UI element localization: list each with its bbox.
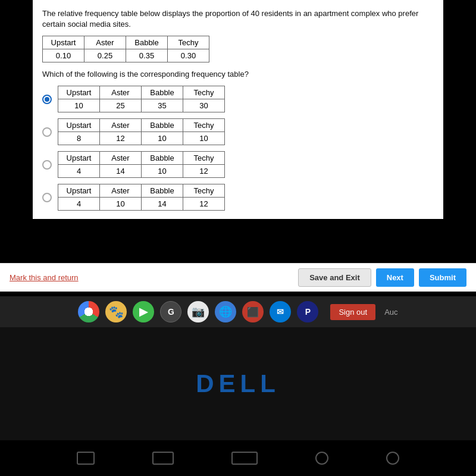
question-text: Which of the following is the correspond… — [42, 70, 434, 79]
c-val-upstart: 4 — [58, 165, 100, 178]
b-header-aster: Aster — [100, 119, 142, 132]
option-a-table: Upstart Aster Babble Techy 10 25 35 30 — [58, 86, 225, 112]
rel-val-upstart: 0.10 — [43, 49, 84, 62]
option-a-row: Upstart Aster Babble Techy 10 25 35 30 — [42, 86, 434, 112]
option-d-row: Upstart Aster Babble Techy 4 10 14 12 — [42, 184, 434, 211]
options-container: Upstart Aster Babble Techy 10 25 35 30 U… — [42, 86, 434, 211]
a-val-aster: 25 — [100, 99, 142, 112]
rel-header-babble: Babble — [126, 36, 168, 49]
rel-val-aster: 0.25 — [84, 49, 126, 62]
g-icon[interactable]: G — [160, 301, 181, 322]
rel-header-aster: Aster — [84, 36, 126, 49]
c-header-babble: Babble — [142, 152, 183, 165]
a-header-techy: Techy — [183, 86, 225, 99]
c-val-aster: 14 — [100, 165, 142, 178]
taskbar: 🐾 ▶ G 📷 🌐 ⬛ ✉ P Sign out Auc — [0, 296, 476, 327]
strip-icon-4 — [315, 452, 328, 465]
auc-text: Auc — [384, 308, 397, 317]
c-header-upstart: Upstart — [58, 152, 100, 165]
globe-icon[interactable]: 🌐 — [215, 301, 236, 322]
d-val-techy: 12 — [183, 198, 225, 211]
files-icon[interactable]: 🐾 — [105, 301, 127, 322]
dell-logo-area: DELL — [0, 327, 476, 440]
radio-c[interactable] — [42, 160, 52, 170]
option-b-row: Upstart Aster Babble Techy 8 12 10 10 — [42, 118, 434, 145]
rel-header-upstart: Upstart — [43, 36, 84, 49]
c-header-techy: Techy — [183, 152, 225, 165]
a-header-babble: Babble — [142, 86, 183, 99]
a-val-babble: 35 — [142, 99, 183, 112]
d-val-upstart: 4 — [58, 198, 100, 211]
radio-b[interactable] — [42, 127, 52, 137]
strip-icon-2 — [152, 452, 174, 465]
rel-val-techy: 0.30 — [168, 49, 209, 62]
outlook-icon[interactable]: ✉ — [270, 301, 291, 322]
option-b-table: Upstart Aster Babble Techy 8 12 10 10 — [58, 118, 225, 145]
b-header-upstart: Upstart — [58, 119, 100, 132]
chrome-icon[interactable] — [78, 301, 99, 322]
strip-icon-3 — [231, 452, 258, 465]
d-val-babble: 14 — [142, 198, 183, 211]
b-header-techy: Techy — [183, 119, 225, 132]
intro-text: The relative frequency table below displ… — [42, 8, 434, 30]
c-header-aster: Aster — [100, 152, 142, 165]
b-val-babble: 10 — [142, 132, 183, 145]
mark-and-return-link[interactable]: Mark this and return — [10, 273, 298, 282]
quiz-container: The relative frequency table below displ… — [33, 0, 443, 219]
sign-out-button[interactable]: Sign out — [330, 304, 375, 320]
b-val-upstart: 8 — [58, 132, 100, 145]
d-header-upstart: Upstart — [58, 184, 100, 198]
option-d-table: Upstart Aster Babble Techy 4 10 14 12 — [58, 184, 225, 211]
relative-frequency-table: Upstart Aster Babble Techy 0.10 0.25 0.3… — [42, 36, 209, 62]
radio-d[interactable] — [42, 193, 52, 202]
c-val-babble: 10 — [142, 165, 183, 178]
strip-icon-5 — [386, 452, 399, 465]
bottom-strip — [0, 440, 476, 476]
a-header-aster: Aster — [100, 86, 142, 99]
strip-icon-1 — [77, 452, 95, 465]
a-header-upstart: Upstart — [58, 86, 100, 99]
b-header-babble: Babble — [142, 119, 183, 132]
d-header-techy: Techy — [183, 184, 225, 198]
p-icon[interactable]: P — [297, 301, 318, 322]
d-val-aster: 10 — [100, 198, 142, 211]
rel-val-babble: 0.35 — [126, 49, 168, 62]
button-group: Save and Exit Next Submit — [298, 268, 466, 287]
a-val-techy: 30 — [183, 99, 225, 112]
d-header-babble: Babble — [142, 184, 183, 198]
play-store-icon[interactable]: ▶ — [133, 301, 154, 322]
option-c-row: Upstart Aster Babble Techy 4 14 10 12 — [42, 151, 434, 178]
dell-logo: DELL — [196, 369, 280, 398]
d-header-aster: Aster — [100, 184, 142, 198]
rel-header-techy: Techy — [168, 36, 209, 49]
radio-a[interactable] — [42, 95, 52, 104]
submit-button[interactable]: Submit — [419, 268, 466, 287]
a-val-upstart: 10 — [58, 99, 100, 112]
b-val-aster: 12 — [100, 132, 142, 145]
option-c-table: Upstart Aster Babble Techy 4 14 10 12 — [58, 151, 225, 178]
red-icon[interactable]: ⬛ — [242, 301, 264, 322]
c-val-techy: 12 — [183, 165, 225, 178]
b-val-techy: 10 — [183, 132, 225, 145]
save-exit-button[interactable]: Save and Exit — [298, 268, 371, 287]
camera-icon[interactable]: 📷 — [187, 301, 209, 322]
next-button[interactable]: Next — [376, 268, 414, 287]
bottom-bar: Mark this and return Save and Exit Next … — [0, 263, 476, 292]
